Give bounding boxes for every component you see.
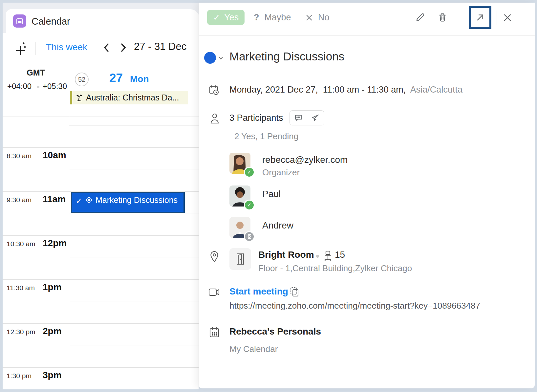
time-row: 12:30 pm 2pm [3, 323, 69, 343]
grid-halfline [69, 257, 199, 257]
participants-icon [209, 112, 220, 124]
room-name[interactable]: Bright Room [258, 250, 314, 260]
time-label-secondary: 10:30 am [7, 240, 35, 248]
event-date: Monday, 2021 Dec 27, [229, 85, 318, 95]
x-icon [306, 14, 313, 21]
close-panel-icon[interactable] [502, 12, 513, 23]
timezone-separator-dot [37, 86, 39, 88]
time-label-primary: 12pm [43, 238, 67, 249]
send-invite-icon[interactable] [307, 111, 324, 125]
event-detail-panel: ✓ Yes ?Maybe No [199, 3, 535, 388]
time-label-primary: 10am [43, 150, 66, 161]
accepted-check-icon: ✓ [75, 196, 82, 207]
rsvp-yes-label: Yes [224, 12, 239, 23]
grid-halfline [69, 213, 199, 213]
prev-week-icon[interactable] [102, 41, 111, 54]
copy-link-icon[interactable] [290, 286, 300, 297]
day-name[interactable]: Mon [130, 74, 149, 84]
allday-event-australia-christmas[interactable]: Australia: Christmas Da... [70, 91, 188, 104]
rsvp-maybe-label: Maybe [265, 12, 291, 22]
day-header: GMT +04:00 +05:30 52 27 Mon Au [3, 64, 199, 117]
room-capacity: 15 [335, 250, 345, 260]
time-label-secondary: 8:30 am [7, 152, 32, 160]
time-row: 1:30 pm 3pm [3, 367, 69, 387]
event-datetime: Monday, 2021 Dec 27, 11:00 am - 11:30 am… [229, 85, 462, 95]
time-label-primary: 3pm [43, 370, 62, 381]
meeting-room-door-icon [229, 248, 251, 270]
edit-icon[interactable] [415, 12, 426, 23]
timezone-primary: +05:30 [43, 82, 67, 91]
event-block-title: Marketing Discussions [96, 195, 178, 205]
rsvp-yes-button[interactable]: ✓ Yes [207, 10, 245, 25]
date-range-label: 27 - 31 Dec [134, 41, 186, 53]
allday-event-title: Australia: Christmas Da... [86, 93, 179, 102]
status-yes-badge: ✓ [244, 200, 255, 210]
event-color-swatch[interactable] [204, 52, 216, 64]
time-label-secondary: 9:30 am [7, 196, 32, 204]
time-row: 10:30 am 12pm [3, 235, 69, 255]
start-meeting-link[interactable]: Start meeting [229, 286, 288, 297]
chevron-down-icon[interactable] [218, 56, 224, 60]
seat-capacity-icon [323, 250, 333, 261]
this-week-button[interactable]: This week [46, 42, 87, 53]
tab-title: Calendar [32, 9, 70, 33]
grid-halfline [69, 169, 199, 169]
rsvp-maybe-button[interactable]: ?Maybe [254, 12, 291, 23]
schedule-icon [208, 84, 220, 96]
calendar-type: My Calendar [229, 344, 278, 354]
time-row: 11:30 am 1pm [3, 279, 69, 299]
event-title: Marketing Discussions [229, 50, 344, 63]
status-pending-badge [244, 231, 255, 242]
grid-halfline [69, 125, 199, 126]
timezone-secondary: +04:00 [7, 82, 32, 91]
event-block-marketing-discussions[interactable]: ✓Marketing Discussions [71, 192, 185, 213]
time-row: 8:30 am 10am [3, 147, 69, 167]
participant-actions [290, 110, 324, 125]
event-timezone: Asia/Calcutta [410, 85, 462, 95]
calendar-icon [209, 326, 220, 338]
check-icon: ✓ [213, 12, 221, 23]
grid-halfline [69, 345, 199, 345]
video-meeting-icon [208, 287, 221, 297]
meeting-url[interactable]: https://meeting.zoho.com/meeting/meeting… [229, 301, 480, 311]
calendar-app-icon [13, 14, 26, 28]
rsvp-no-button[interactable]: No [306, 12, 330, 23]
gmt-label: GMT [3, 68, 69, 77]
grid-line [3, 117, 199, 117]
open-in-new-icon[interactable] [475, 12, 486, 23]
day-number[interactable]: 27 [109, 71, 123, 85]
open-in-new-highlight-box [469, 6, 491, 29]
event-time: 11:00 am - 11:30 am, [323, 85, 406, 95]
delete-icon[interactable] [437, 12, 448, 23]
status-yes-badge: ✓ [244, 167, 255, 178]
time-label-primary: 1pm [43, 282, 62, 293]
time-label-primary: 11am [43, 194, 66, 205]
time-label-secondary: 1:30 pm [7, 372, 32, 380]
toolbar-divider [35, 42, 36, 55]
participant-role: Organizer [262, 167, 300, 178]
holiday-palm-tree-icon [75, 94, 83, 102]
gutter-divider [69, 64, 69, 389]
calendar-toolbar: This week 27 - 31 Dec [3, 33, 199, 64]
calendar-tab[interactable]: Calendar [6, 9, 180, 33]
comment-icon[interactable] [290, 111, 307, 125]
grid-halfline [69, 301, 199, 301]
week-number-badge: 52 [75, 73, 89, 86]
separator-dot [316, 255, 319, 258]
participant-name: rebecca@zylker.com [262, 155, 348, 165]
calendar-name: Rebecca's Personals [229, 326, 321, 337]
participants-count: 3 Participants [229, 113, 283, 123]
app-window: Calendar This week 27 - 31 Dec GMT + [0, 0, 537, 392]
create-event-icon[interactable] [14, 41, 29, 56]
event-clover-icon [85, 196, 93, 204]
actions-divider [497, 11, 497, 25]
grid-sliver [258, 388, 258, 390]
calendar-week-view: Calendar This week 27 - 31 Dec GMT + [3, 3, 199, 389]
time-label-secondary: 12:30 pm [7, 328, 35, 336]
location-pin-icon [209, 250, 219, 263]
participant-name: Andrew [262, 220, 293, 231]
time-row: 9:30 am 11am [3, 191, 69, 211]
question-icon: ? [254, 12, 259, 22]
next-week-icon[interactable] [119, 41, 128, 54]
panel-header-divider [199, 35, 535, 36]
